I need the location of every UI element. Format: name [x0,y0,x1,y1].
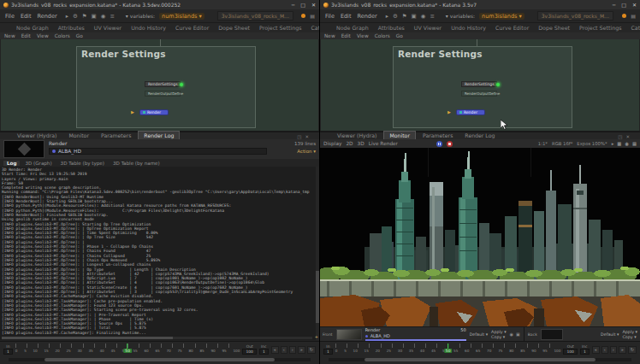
message-center-icon[interactable]: ▤ [631,13,636,19]
tab[interactable]: Project Settings [255,25,305,31]
rendersettings-node[interactable]: RenderSettings [145,81,181,87]
title-bar[interactable]: 3v3islands_v08_rocks_expansion.katana* -… [320,0,640,9]
toolbar-icon[interactable]: ◉ [101,13,106,20]
message-center-icon[interactable]: ▤ [310,13,315,19]
filter-tab-3d-table-type[interactable]: 3D Table (by type) [57,161,108,166]
stop-render-button[interactable] [447,141,453,147]
pane-tab-render-log[interactable]: Render Log [138,131,180,139]
minimize-button[interactable]: ─ [292,2,295,8]
exposure-control[interactable]: Expos 100%* [577,141,607,146]
frame-ruler[interactable]: 0510152025303540455055606570758085909510… [15,343,240,355]
transport-button[interactable]: » [298,346,305,354]
tab[interactable]: Attributes [54,25,89,31]
rendersettings-node[interactable]: RenderSettings [461,81,497,87]
tab[interactable]: Node Graph [12,25,53,31]
node-graph-viewport[interactable]: Render Settings RenderSettings RenderOut… [1,39,318,131]
filter-tab-3d-table-name[interactable]: 3D Table (by name) [110,161,163,166]
filter-tab-3d-graph[interactable]: 3D (Graph) [21,161,55,166]
renderoutputdefine-node[interactable]: RenderOutputDefine [461,91,497,97]
render-log-output[interactable]: 3D Render: RenderStart Time: Fri Dec 13 … [0,167,319,340]
transport-button[interactable]: « [592,346,600,354]
pane-split-icon[interactable]: + [315,334,318,339]
out-value-field[interactable]: 100 [563,349,577,355]
toolbar-icon[interactable]: ▣ [412,13,417,20]
pane-tab-monitor[interactable]: Monitor [383,131,416,139]
menu-item[interactable]: Edit [340,13,353,20]
inc-value-field[interactable]: 1 [580,349,590,355]
pane-tab-parameters[interactable]: Parameters [418,132,458,139]
front-copy-dropdown[interactable]: Copy ▾ [491,335,506,339]
tab[interactable]: Curve Editor [171,25,213,31]
nodegraph-menu-item[interactable]: Edit [341,33,351,38]
back-copy-dropdown[interactable]: Copy ▾ [623,335,637,339]
title-bar[interactable]: 3v3islands_v08_rocks_expansion.katana* -… [0,0,319,9]
nodegraph-menu-item[interactable]: Colors [375,33,390,38]
toolbar-icon[interactable]: ≡ [430,13,434,20]
backdrop-node[interactable]: Render Settings [76,46,256,128]
pause-render-button[interactable] [436,141,442,147]
transport-button[interactable]: » [619,346,626,354]
transport-button[interactable]: ‹ [601,346,608,354]
log-horizontal-scrollbar[interactable] [2,337,312,339]
log-vertical-scrollbar[interactable] [316,167,319,340]
current-frame-marker[interactable]: 50 [444,343,453,353]
transport-button[interactable]: ‹ [281,346,287,354]
transport-button[interactable]: « [271,346,279,354]
pane-tab-parameters[interactable]: Parameters [96,132,136,139]
filter-tab-log[interactable]: Log [3,161,20,166]
renderoutputdefine-node[interactable]: RenderOutputDefine [145,91,181,97]
transport-button[interactable]: › [289,346,296,354]
tab[interactable]: Attributes [374,25,409,31]
tab[interactable]: Project Settings [575,25,625,31]
monitor-toolbar-icon[interactable]: ▸ [612,141,614,146]
transport-button[interactable]: ↻ [628,346,637,354]
pane-tab-render-log[interactable]: Render Log [459,132,500,139]
tab[interactable]: UV Viewer [90,25,126,31]
nodegraph-menu-item[interactable]: View [37,33,49,38]
tab[interactable]: Node Graph [332,25,373,31]
menu-item[interactable]: Render [36,13,57,20]
action-dropdown[interactable]: Action ▾ [297,149,316,154]
toolbar-icon[interactable]: ⚙ [73,13,78,20]
in-value-field[interactable]: 1 [323,349,333,355]
current-frame-marker[interactable]: 50 [123,343,132,353]
close-button[interactable]: ✕ [311,2,316,8]
render-node[interactable]: Render [139,109,169,115]
maximize-button[interactable]: □ [300,2,305,8]
session-tab[interactable]: 3v3islands_v08_rocks_M... [217,11,293,21]
toolbar-icon[interactable]: ≡ [110,13,114,20]
nodegraph-menu-item[interactable]: New [324,33,335,38]
back-default-dropdown[interactable]: Default ▾ [601,332,619,337]
toolbar-icon[interactable]: ◉ [421,13,426,20]
frame-ruler[interactable]: 0510152025303540455055606570758085909510… [335,343,561,355]
backdrop-node[interactable]: Render Settings [393,46,572,128]
tab[interactable]: Catalog [626,25,640,31]
variables-dropdown[interactable]: num3islands ▾ [159,13,204,20]
nodegraph-menu-item[interactable]: View [357,33,369,38]
toolbar-icon[interactable]: ▸ [386,13,388,20]
menu-item[interactable]: Render [356,13,377,20]
out-value-field[interactable]: 100 [242,349,256,355]
variables-dropdown[interactable]: num3islands ▾ [479,13,524,20]
minimize-button[interactable]: ─ [613,2,616,8]
monitor-image-viewport[interactable] [320,148,640,326]
toolbar-icon[interactable]: ▸ [66,13,68,20]
pane-tab-viewer[interactable]: Viewer (Hydra) [12,132,62,139]
tab[interactable]: Dope Sheet [214,25,254,31]
tab[interactable]: Catalog [306,25,320,31]
transport-button[interactable]: ↻ [307,346,316,354]
mode-3d-button[interactable]: 3D [358,141,364,146]
nodegraph-menu-item[interactable]: Edit [21,33,31,38]
monitor-toolbar-icon[interactable]: ▤ [632,141,637,146]
maximize-button[interactable]: □ [621,2,626,8]
inc-value-field[interactable]: 1 [259,349,269,355]
tab[interactable]: UV Viewer [410,25,446,31]
timeline-scrollbar[interactable] [329,358,631,361]
node-graph-viewport[interactable]: Render Settings RenderSettings RenderOut… [321,39,639,131]
monitor-toolbar-icon[interactable]: ▦ [617,141,621,146]
front-default-dropdown[interactable]: Default ▾ [470,332,488,337]
menu-item[interactable]: Edit [20,13,33,20]
zoom-level[interactable]: 1:1* [538,141,548,146]
close-button[interactable]: ✕ [632,2,637,8]
in-value-field[interactable]: 1 [3,349,13,355]
